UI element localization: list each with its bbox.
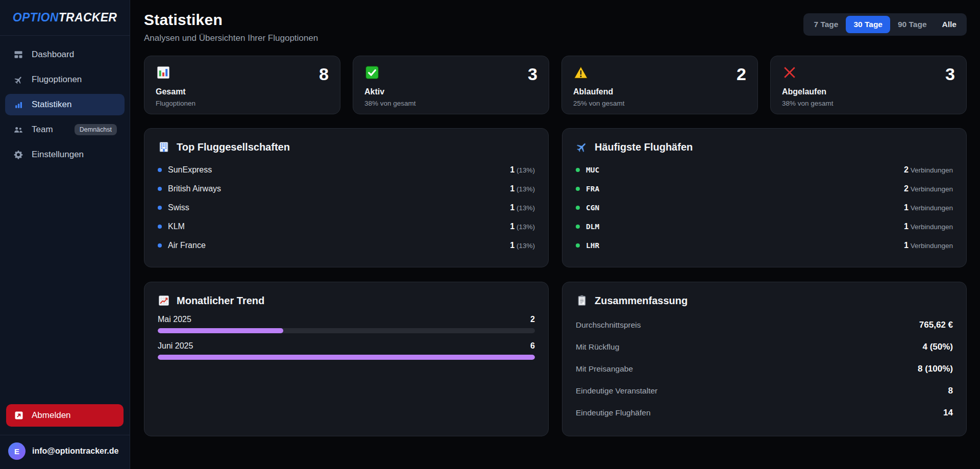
main-content: Statistiken Analysen und Übersichten Ihr… — [130, 0, 980, 469]
middle-cards-row: Top Fluggesellschaften SunExpress 1 (13%… — [144, 128, 967, 267]
stat-value: 3 — [945, 65, 955, 83]
summary-label: Eindeutige Veranstalter — [576, 386, 657, 396]
sidebar-item-statistiken[interactable]: Statistiken — [5, 94, 125, 115]
check-icon — [364, 65, 380, 80]
airline-row: SunExpress 1 (13%) — [158, 160, 535, 179]
stat-sublabel: Flugoptionen — [156, 100, 329, 107]
summary-label: Eindeutige Flughäfen — [576, 408, 651, 417]
trend-bar-fill — [158, 355, 535, 360]
sidebar-item-label: Einstellungen — [32, 150, 84, 160]
bar-chart-icon — [13, 99, 24, 110]
user-row: E info@optiontracker.de — [0, 435, 130, 469]
sidebar-item-label: Flugoptionen — [32, 75, 82, 85]
bullet-dot-icon — [576, 206, 580, 210]
bullet-dot-icon — [158, 187, 162, 191]
trend-bar-fill — [158, 328, 283, 333]
logout-button[interactable]: Abmelden — [6, 404, 124, 427]
filter-7-tage[interactable]: 7 Tage — [806, 16, 846, 33]
page-header: Statistiken Analysen und Übersichten Ihr… — [144, 11, 967, 43]
sidebar: OPTIONTRACKER Dashboard Flugoptionen Sta… — [0, 0, 130, 469]
trend-icon — [158, 294, 170, 307]
filter-30-tage[interactable]: 30 Tage — [846, 16, 890, 33]
airline-row: Swiss 1 (13%) — [158, 198, 535, 217]
summary-row: Mit Preisangabe 8 (100%) — [576, 358, 953, 380]
airport-code: LHR — [586, 241, 599, 250]
panel-title: Häufigste Flughäfen — [595, 141, 693, 153]
airport-code: CGN — [586, 204, 599, 212]
stat-value: 8 — [319, 65, 329, 83]
summary-value: 14 — [943, 408, 953, 418]
trend-value: 2 — [530, 315, 535, 324]
sidebar-item-dashboard[interactable]: Dashboard — [5, 44, 125, 65]
sidebar-bottom: Abmelden E info@optiontracker.de — [0, 398, 130, 469]
airport-code: FRA — [586, 185, 599, 193]
summary-label: Mit Preisangabe — [576, 364, 633, 374]
summary-value: 8 (100%) — [918, 364, 953, 374]
airline-share: (13%) — [517, 223, 535, 231]
warning-icon — [573, 65, 589, 80]
airline-row: British Airways 1 (13%) — [158, 179, 535, 198]
airport-count: 1 — [904, 241, 909, 250]
cross-icon — [782, 65, 797, 80]
bullet-dot-icon — [576, 168, 580, 172]
clipboard-icon — [576, 294, 588, 307]
stat-card-abgelaufen: 3 Abgelaufen 38% von gesamt — [770, 56, 967, 114]
trend-bar-track — [158, 355, 535, 360]
bottom-cards-row: Monatlicher Trend Mai 2025 2 Juni 2025 6 — [144, 282, 967, 436]
airline-share: (13%) — [517, 242, 535, 250]
user-email: info@optiontracker.de — [32, 447, 118, 456]
sidebar-item-flugoptionen[interactable]: Flugoptionen — [5, 69, 125, 90]
airplane-icon — [576, 141, 588, 153]
stat-card-gesamt: 8 Gesamt Flugoptionen — [144, 56, 340, 114]
summary-value: 4 (50%) — [922, 342, 953, 352]
bullet-dot-icon — [158, 206, 162, 210]
time-range-filter: 7 Tage 30 Tage 90 Tage Alle — [803, 13, 967, 36]
airport-row: FRA 2 Verbindungen — [576, 179, 953, 198]
summary-row: Mit Rückflug 4 (50%) — [576, 336, 953, 358]
airline-name: Swiss — [168, 203, 189, 212]
brand-logo: OPTIONTRACKER — [0, 0, 130, 36]
filter-90-tage[interactable]: 90 Tage — [890, 16, 935, 33]
airline-name: British Airways — [168, 184, 221, 193]
panel-title: Top Fluggesellschaften — [177, 141, 290, 153]
bar-chart-board-icon — [156, 65, 171, 80]
bullet-dot-icon — [576, 225, 580, 229]
bullet-dot-icon — [576, 187, 580, 191]
sidebar-item-team[interactable]: Team Demnächst — [5, 119, 125, 140]
airline-count: 1 — [510, 165, 514, 174]
stat-value: 2 — [737, 65, 746, 83]
team-icon — [13, 124, 24, 135]
summary-row: Eindeutige Flughäfen 14 — [576, 402, 953, 424]
building-icon — [158, 141, 170, 153]
stat-label: Abgelaufen — [782, 87, 955, 96]
airline-row: Air France 1 (13%) — [158, 236, 535, 255]
stat-sublabel: 38% von gesamt — [782, 100, 955, 107]
bullet-dot-icon — [158, 168, 162, 172]
stat-sublabel: 25% von gesamt — [573, 100, 746, 107]
stat-value: 3 — [528, 65, 537, 83]
airport-unit: Verbindungen — [911, 185, 953, 193]
panel-title: Monatlicher Trend — [177, 295, 264, 307]
summary-value: 765,62 € — [919, 320, 953, 330]
sidebar-item-label: Dashboard — [32, 50, 74, 60]
airline-name: Air France — [168, 241, 206, 250]
trend-month: Mai 2025 — [158, 315, 191, 324]
stat-cards-row: 8 Gesamt Flugoptionen 3 Aktiv 38% von ge… — [144, 56, 967, 114]
airport-count: 2 — [904, 165, 909, 174]
stat-card-ablaufend: 2 Ablaufend 25% von gesamt — [561, 56, 758, 114]
monthly-trend-panel: Monatlicher Trend Mai 2025 2 Juni 2025 6 — [144, 282, 549, 436]
airport-unit: Verbindungen — [911, 204, 953, 212]
airline-share: (13%) — [517, 166, 535, 174]
trend-bar-track — [158, 328, 535, 333]
bullet-dot-icon — [158, 243, 162, 248]
airport-row: MUC 2 Verbindungen — [576, 160, 953, 179]
airport-unit: Verbindungen — [911, 166, 953, 174]
filter-alle[interactable]: Alle — [935, 16, 964, 33]
plane-icon — [13, 74, 24, 85]
sidebar-item-einstellungen[interactable]: Einstellungen — [5, 144, 125, 165]
logo-secondary: TRACKER — [59, 11, 117, 24]
airport-row: CGN 1 Verbindungen — [576, 198, 953, 217]
airport-row: LHR 1 Verbindungen — [576, 236, 953, 255]
airport-row: DLM 1 Verbindungen — [576, 217, 953, 236]
airport-code: MUC — [586, 166, 599, 174]
